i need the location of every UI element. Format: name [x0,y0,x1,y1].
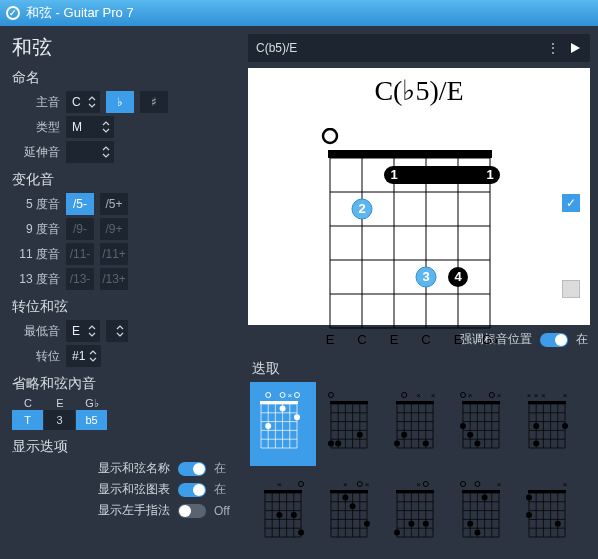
alt-label: 11 度音 [12,246,60,263]
voicing-cell[interactable]: × [382,471,448,555]
svg-text:×: × [527,391,532,400]
window-titlebar: ✓ 和弦 - Guitar Pro 7 [0,0,598,26]
voicing-cell[interactable]: ×× [448,382,514,466]
section-omit: 省略和弦內音 [12,375,238,393]
display-opt-toggle[interactable] [178,483,206,497]
voicing-cell[interactable] [316,382,382,466]
updown-icon [101,120,111,134]
updown-icon [88,349,98,363]
alt-plus-button[interactable]: /11+ [100,243,128,265]
play-icon[interactable] [564,37,586,59]
svg-rect-146 [330,490,368,493]
selection-title: 迭取 [252,360,598,378]
bass-accidental-select[interactable] [106,320,128,342]
svg-point-30 [280,393,285,398]
more-icon[interactable]: ⋮ [542,37,564,59]
omit-degree-button[interactable]: b5 [76,410,108,430]
svg-rect-1 [328,150,492,158]
svg-point-32 [295,393,300,398]
inv-label: 转位 [12,348,60,365]
alt-minus-button[interactable]: /5- [66,193,94,215]
svg-point-49 [329,393,334,398]
svg-text:1: 1 [390,167,397,182]
voicing-cell[interactable]: ×× [316,471,382,555]
svg-text:×: × [416,391,421,400]
svg-point-196 [474,529,480,535]
svg-point-122 [533,441,539,447]
alt-plus-button[interactable]: /9+ [100,218,128,240]
svg-rect-89 [462,401,500,404]
extension-select[interactable] [66,141,114,163]
svg-point-180 [461,481,466,486]
svg-point-213 [526,512,532,518]
chord-diagram-panel: C(♭5)/E 11234ECECEG♭ ✓ [248,68,590,326]
root-emphasis-state: 在 [576,331,588,348]
type-select[interactable]: M [66,116,114,138]
alt-plus-button[interactable]: /13+ [100,268,128,290]
alt-label: 13 度音 [12,271,60,288]
svg-point-66 [402,393,407,398]
display-opt-state: 在 [214,460,238,477]
updown-icon [101,145,111,159]
svg-point-103 [467,432,473,438]
bass-select[interactable]: E [66,320,100,342]
omit-degree-button[interactable]: T [12,410,44,430]
root-select[interactable]: C [66,91,100,113]
svg-point-46 [265,423,271,429]
svg-text:×: × [497,480,502,489]
window-title: 和弦 - Guitar Pro 7 [26,4,134,22]
voicing-cell[interactable]: × [250,471,316,555]
alt-plus-button[interactable]: /5+ [100,193,128,215]
svg-point-214 [526,494,532,500]
voicing-cell[interactable]: ×× [382,382,448,466]
diagram-check-2[interactable] [562,280,580,298]
display-opt-toggle[interactable] [178,504,206,518]
section-alterations: 变化音 [12,171,238,189]
svg-point-144 [357,481,362,486]
voicing-cell[interactable]: × [514,471,580,555]
svg-point-29 [266,393,271,398]
svg-text:×: × [431,391,436,400]
svg-rect-69 [396,401,434,404]
diagram-check-1[interactable]: ✓ [562,194,580,212]
svg-point-124 [562,423,568,429]
display-opt-toggle[interactable] [178,462,206,476]
svg-point-181 [475,481,480,486]
app-icon: ✓ [6,6,20,20]
root-emphasis-toggle[interactable] [540,333,568,347]
svg-text:×: × [563,391,568,400]
svg-text:1: 1 [486,167,493,182]
voicing-cell[interactable]: × [250,382,316,466]
flat-button[interactable]: ♭ [106,91,134,113]
svg-rect-50 [330,401,368,404]
omit-note-label: C [12,397,44,410]
svg-text:G♭: G♭ [482,332,498,347]
chord-diagram[interactable]: 11234ECECEG♭ [320,128,510,328]
updown-icon [87,324,97,338]
svg-point-47 [280,405,286,411]
voicing-cell[interactable]: ×××× [514,382,580,466]
svg-rect-200 [528,490,566,493]
display-opt-label: 显示左手指法 [70,502,170,519]
voicing-cell[interactable]: × [448,471,514,555]
svg-point-64 [335,441,341,447]
alt-minus-button[interactable]: /11- [66,243,94,265]
alt-minus-button[interactable]: /9- [66,218,94,240]
svg-rect-127 [264,490,302,493]
svg-text:×: × [534,391,539,400]
svg-point-85 [461,393,466,398]
inv-select[interactable]: #1 [66,345,101,367]
omit-degree-button[interactable]: 3 [44,410,76,430]
type-label: 类型 [12,119,60,136]
alt-minus-button[interactable]: /13- [66,268,94,290]
svg-point-178 [408,520,414,526]
svg-point-104 [474,441,480,447]
svg-text:E: E [326,332,335,347]
svg-point-177 [423,520,429,526]
svg-text:×: × [563,480,568,489]
svg-text:C: C [421,332,430,347]
svg-point-48 [294,414,300,420]
sharp-button[interactable]: ♯ [140,91,168,113]
svg-point-160 [364,520,370,526]
chord-name-field[interactable]: C(b5)/E [256,41,542,55]
